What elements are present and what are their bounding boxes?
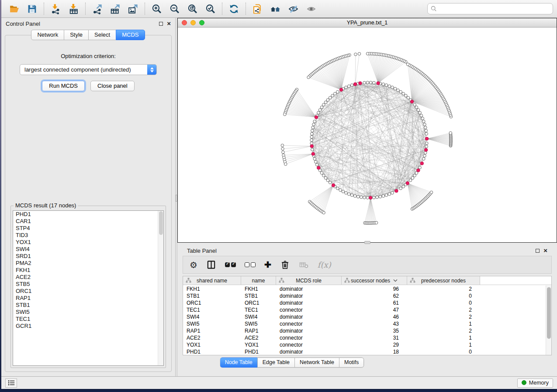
unselect-all-columns-button[interactable]: [245, 259, 256, 271]
refresh-button[interactable]: [225, 2, 243, 16]
zoom-fit-button[interactable]: [183, 2, 201, 16]
network-hub-node[interactable]: [315, 116, 318, 119]
save-button[interactable]: [23, 2, 41, 16]
mcds-result-item[interactable]: ORC1: [13, 288, 163, 295]
network-node[interactable]: [339, 189, 342, 192]
optimization-criterion-select[interactable]: largest connected component (undirected): [20, 64, 157, 75]
network-node[interactable]: [421, 117, 424, 120]
column-header-mcds-role[interactable]: MCDS role: [276, 276, 342, 285]
network-node[interactable]: [336, 187, 339, 190]
network-node[interactable]: [320, 172, 323, 175]
network-node[interactable]: [413, 103, 416, 107]
network-node[interactable]: [373, 81, 376, 84]
network-node[interactable]: [307, 76, 310, 79]
tab-mcds[interactable]: MCDS: [116, 30, 145, 40]
mcds-result-item[interactable]: TEC1: [13, 316, 163, 323]
network-node[interactable]: [424, 151, 427, 155]
network-node[interactable]: [425, 132, 428, 135]
network-hub-node[interactable]: [424, 148, 428, 152]
network-node[interactable]: [329, 96, 332, 100]
hide-selected-button[interactable]: [284, 2, 302, 16]
table-scrollbar-thumb[interactable]: [547, 287, 551, 339]
export-network-button[interactable]: [88, 2, 106, 16]
network-node[interactable]: [405, 94, 408, 97]
zoom-in-button[interactable]: [148, 2, 166, 16]
network-node[interactable]: [310, 139, 313, 142]
network-node[interactable]: [409, 179, 412, 182]
search-field[interactable]: [427, 3, 553, 14]
network-node[interactable]: [322, 174, 325, 177]
function-builder-button[interactable]: f(x): [318, 259, 331, 271]
network-node[interactable]: [317, 111, 320, 114]
close-panel-icon[interactable]: ×: [167, 21, 171, 26]
network-node[interactable]: [411, 176, 414, 179]
close-panel-button[interactable]: Close panel: [90, 81, 135, 91]
run-mcds-button[interactable]: Run MCDS: [42, 81, 85, 91]
network-node[interactable]: [342, 190, 345, 193]
network-node[interactable]: [311, 148, 314, 151]
mcds-result-item[interactable]: SWI5: [13, 309, 163, 316]
mcds-result-item[interactable]: SWI4: [13, 246, 163, 253]
table-row[interactable]: PHD1PHD1dominator180: [183, 348, 546, 355]
column-header-predecessor-nodes[interactable]: predecessor nodes: [407, 276, 480, 285]
network-node[interactable]: [397, 89, 400, 92]
splitter-grip[interactable]: [175, 195, 177, 202]
tab-network[interactable]: Network: [31, 30, 64, 40]
network-node[interactable]: [322, 103, 325, 107]
network-node[interactable]: [399, 187, 402, 190]
network-node[interactable]: [324, 101, 327, 104]
network-node[interactable]: [391, 86, 394, 89]
mcds-result-item[interactable]: CAR1: [13, 218, 163, 225]
network-hub-node[interactable]: [420, 162, 424, 165]
network-hub-node[interactable]: [410, 100, 414, 103]
network-hub-node[interactable]: [311, 152, 315, 156]
table-row[interactable]: STB1STB1dominator620: [183, 292, 546, 299]
network-node[interactable]: [413, 174, 416, 177]
mcds-result-item[interactable]: SRD1: [13, 253, 163, 260]
network-node[interactable]: [345, 86, 348, 89]
network-node[interactable]: [311, 132, 314, 135]
import-network-button[interactable]: [47, 2, 65, 16]
network-hub-node[interactable]: [377, 82, 380, 85]
network-node[interactable]: [324, 176, 327, 179]
network-node[interactable]: [318, 109, 322, 112]
network-node[interactable]: [314, 160, 317, 163]
network-node[interactable]: [425, 145, 428, 148]
network-node[interactable]: [419, 111, 422, 114]
tab-select[interactable]: Select: [88, 30, 116, 40]
network-node[interactable]: [449, 131, 452, 134]
tab-motifs[interactable]: Motifs: [339, 358, 364, 368]
window-close-icon[interactable]: [182, 20, 187, 25]
tab-edge-table[interactable]: Edge Table: [257, 358, 295, 368]
search-input[interactable]: [439, 6, 550, 12]
network-node[interactable]: [347, 85, 350, 88]
table-row[interactable]: ORC1ORC1dominator610: [183, 299, 546, 306]
network-hub-node[interactable]: [425, 137, 429, 141]
network-node[interactable]: [363, 196, 366, 199]
network-node[interactable]: [284, 113, 287, 116]
network-node[interactable]: [402, 92, 405, 95]
network-node[interactable]: [315, 163, 318, 166]
network-node[interactable]: [369, 81, 372, 84]
network-node[interactable]: [419, 166, 422, 169]
network-node[interactable]: [382, 195, 385, 198]
network-node[interactable]: [366, 81, 369, 84]
network-hub-node[interactable]: [395, 189, 398, 193]
network-node[interactable]: [282, 151, 285, 154]
network-node[interactable]: [382, 83, 385, 86]
column-header-name[interactable]: name: [241, 276, 276, 285]
float-table-panel-icon[interactable]: [536, 249, 540, 253]
delete-columns-button[interactable]: [280, 259, 290, 271]
window-maximize-icon[interactable]: [199, 20, 204, 25]
network-hub-node[interactable]: [359, 82, 362, 85]
network-node[interactable]: [310, 135, 313, 138]
delete-table-button[interactable]: [299, 259, 309, 271]
network-node[interactable]: [385, 84, 388, 87]
first-neighbors-button[interactable]: [266, 2, 284, 16]
network-node[interactable]: [375, 221, 378, 224]
float-panel-icon[interactable]: [159, 22, 163, 26]
table-scrollbar[interactable]: [546, 285, 551, 355]
network-node[interactable]: [388, 85, 391, 88]
mcds-result-item[interactable]: FKH1: [13, 267, 163, 274]
network-node[interactable]: [356, 195, 360, 198]
